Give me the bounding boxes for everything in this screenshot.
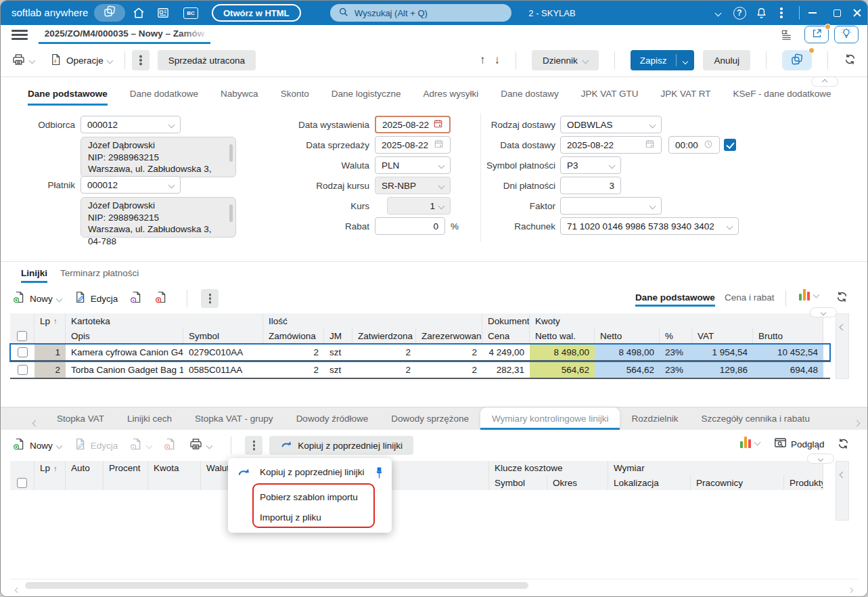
theme-bulb-button[interactable] xyxy=(834,26,859,43)
print-button[interactable] xyxy=(12,53,35,68)
col-symbol[interactable]: Symbol xyxy=(489,475,547,490)
col-lp[interactable]: Lp↑ xyxy=(35,313,66,328)
collapse-lines-pill[interactable] xyxy=(810,307,837,317)
maximize-button[interactable] xyxy=(827,1,846,25)
colgroup-kartoteka[interactable]: Kartoteka xyxy=(66,313,263,328)
bc-icon[interactable]: BC xyxy=(183,7,198,19)
print-dimension-button[interactable] xyxy=(189,437,212,454)
rodzaj-kursu-select[interactable]: SR-NBP xyxy=(375,177,451,194)
view-tab-cena-i-rabat[interactable]: Cena i rabat xyxy=(725,292,775,303)
tab-szczegoly-cennika[interactable]: Szczegóły cennika i rabatu xyxy=(689,407,821,430)
cancel-button[interactable]: Anuluj xyxy=(703,50,750,70)
tab-adres-wysylki[interactable]: Adres wysyłki xyxy=(423,83,478,106)
new-dimension-button[interactable]: Nowy xyxy=(13,437,62,454)
colgroup-dokument[interactable]: Dokument xyxy=(482,313,530,328)
lines-kebab-button[interactable] xyxy=(201,289,219,308)
titlebar-kebab-menu[interactable] xyxy=(772,1,791,25)
preview-button[interactable]: Podgląd xyxy=(774,437,825,451)
notifications-bell-icon[interactable] xyxy=(752,1,771,25)
toolbar-kebab-button[interactable] xyxy=(132,50,150,70)
kurs-input[interactable]: 1 xyxy=(387,197,451,215)
col-procent[interactable]: Procent xyxy=(104,461,148,475)
delete-line-button[interactable] xyxy=(155,290,168,307)
tab-linijki-cech[interactable]: Linijki cech xyxy=(116,407,183,430)
tab-dane-logistyczne[interactable]: Dane logistyczne xyxy=(332,83,401,106)
save-button[interactable]: Zapisz xyxy=(631,50,695,70)
col-kwota[interactable]: Kwota xyxy=(148,461,201,475)
bottom-chart-view-button[interactable] xyxy=(740,437,760,448)
col-symbol[interactable]: Symbol xyxy=(183,328,263,344)
tab-skonto[interactable]: Skonto xyxy=(281,83,309,106)
tab-rozdzielnik[interactable]: Rozdzielnik xyxy=(620,407,689,430)
colgroup-klucze-kosztowe[interactable]: Klucze kosztowe xyxy=(489,461,608,475)
col-pracownicy[interactable]: Pracownicy xyxy=(691,475,784,490)
tab-dane-podstawowe[interactable]: Dane podstawowe xyxy=(28,83,108,106)
tab-terminarz-platnosci[interactable]: Terminarz płatności xyxy=(60,268,139,278)
col-zarezerwowana[interactable]: Zarezerwowana xyxy=(416,328,482,344)
data-dostawy-checkbox[interactable] xyxy=(724,139,736,151)
calendar-icon[interactable] xyxy=(433,118,443,131)
mini-scrollbar[interactable] xyxy=(229,144,233,162)
view-tab-dane-podstawowe[interactable]: Dane podstawowe xyxy=(635,292,715,303)
copy-from-previous-line-button[interactable]: Kopiuj z poprzedniej linijki xyxy=(269,436,413,455)
rodzaj-dostawy-select[interactable]: ODBWLAS xyxy=(560,116,662,133)
minimize-button[interactable] xyxy=(803,1,822,25)
line-info-button[interactable] xyxy=(130,290,143,307)
chart-view-button[interactable] xyxy=(799,289,819,301)
global-search-input[interactable]: Wyszukaj (Alt + Q) xyxy=(330,4,511,22)
col-auto[interactable]: Auto xyxy=(66,461,104,475)
calendar-icon[interactable] xyxy=(434,139,444,151)
document-tab[interactable]: 2025/ZO/M4/000035 – Nowy – Zamów xyxy=(39,25,210,44)
select-all-checkbox[interactable] xyxy=(17,331,27,341)
app-switcher-button[interactable] xyxy=(94,4,125,22)
col-opis[interactable]: Opis xyxy=(66,328,183,344)
share-button[interactable] xyxy=(804,26,829,43)
colgroup-ilosc[interactable]: Ilość xyxy=(263,313,482,328)
select-all-checkbox[interactable] xyxy=(17,478,27,488)
tab-dowody-sprzezone[interactable]: Dowody sprzężone xyxy=(380,407,480,430)
scroll-right-icon[interactable] xyxy=(848,583,852,595)
menu-item-kopiuj[interactable]: Kopiuj z poprzedniej linijki xyxy=(228,460,392,483)
close-button[interactable] xyxy=(848,1,867,25)
col-jm[interactable]: JM xyxy=(324,328,352,344)
colgroup-kwoty[interactable]: Kwoty xyxy=(530,313,823,328)
refresh-icon[interactable] xyxy=(844,53,856,68)
tab-jpk-vat-rt[interactable]: JPK VAT RT xyxy=(661,83,711,106)
col-brutto[interactable]: Brutto xyxy=(753,328,823,344)
menu-item-pobierz-szablon[interactable]: Pobierz szablon importu xyxy=(228,486,392,508)
arrow-up-icon[interactable]: ↑ xyxy=(480,53,486,67)
faktor-select[interactable] xyxy=(560,197,662,215)
col-lp[interactable]: Lp↑ xyxy=(35,461,66,475)
col-netto[interactable]: Netto xyxy=(595,328,660,344)
col-zatwierdzona[interactable]: Zatwierdzona xyxy=(352,328,416,344)
data-dostawy-time-input[interactable]: 00:00 xyxy=(668,136,720,154)
waluta-select[interactable]: PLN xyxy=(375,156,451,174)
dimensions-grid-collapse-handle[interactable] xyxy=(836,461,849,521)
collapse-header-pill[interactable] xyxy=(811,76,838,87)
tab-stopka-vat[interactable]: Stopka VAT xyxy=(45,407,116,430)
col-zamowiona[interactable]: Zamówiona xyxy=(263,328,324,344)
related-documents-button[interactable] xyxy=(782,50,812,70)
col-okres[interactable]: Okres xyxy=(547,475,608,490)
dni-platnosci-input[interactable]: 3 xyxy=(560,177,621,194)
clock-icon[interactable] xyxy=(704,139,713,151)
tab-jpk-vat-gtu[interactable]: JPK VAT GTU xyxy=(581,83,639,106)
help-icon[interactable] xyxy=(730,1,749,25)
col-cena[interactable]: Cena xyxy=(482,328,530,344)
operations-menu-button[interactable]: Operacje xyxy=(49,53,112,68)
odbiorca-select[interactable]: 000012 xyxy=(81,116,181,133)
horizontal-scrollbar[interactable] xyxy=(1,580,867,591)
dimensions-kebab-button[interactable] xyxy=(245,436,262,455)
tabs-scroll-left-icon[interactable] xyxy=(33,416,38,428)
table-row[interactable]: 2 Torba Canion Gadget Bag 10 0585C011AA … xyxy=(10,361,830,379)
arrow-down-icon[interactable]: ↓ xyxy=(494,53,500,67)
edit-line-button[interactable]: Edycja xyxy=(74,290,118,307)
lost-sale-button[interactable]: Sprzedaż utracona xyxy=(158,50,256,70)
col-vat[interactable]: VAT xyxy=(692,328,753,344)
row-checkbox[interactable] xyxy=(18,347,28,357)
col-produkty[interactable]: Produkty xyxy=(784,475,823,490)
row-checkbox[interactable] xyxy=(18,365,28,375)
platnik-select[interactable]: 000012 xyxy=(81,176,181,194)
scrollbar-thumb[interactable] xyxy=(25,582,528,589)
company-dropdown-chevron[interactable] xyxy=(708,1,727,25)
